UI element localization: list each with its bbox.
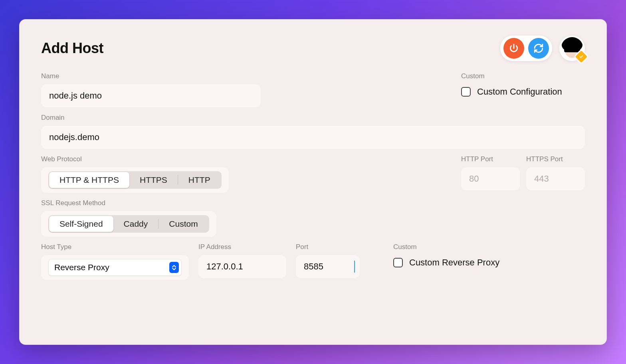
http-port-label: HTTP Port: [461, 155, 520, 163]
action-pill: [500, 36, 552, 61]
power-icon: [509, 43, 519, 53]
port-group: Port: [296, 243, 360, 280]
custom-reverse-checkbox[interactable]: [393, 258, 403, 267]
custom-config-checkbox-label: Custom Configuration: [477, 87, 562, 97]
custom-reverse-section-label: Custom: [393, 243, 585, 251]
ip-address-input[interactable]: [198, 255, 286, 278]
page-title: Add Host: [41, 40, 103, 57]
header-controls: [500, 36, 585, 61]
host-type-value: Reverse Proxy: [54, 263, 109, 272]
custom-reverse-group: Custom Custom Reverse Proxy: [369, 243, 585, 280]
protocol-option-https[interactable]: HTTPS: [129, 172, 178, 188]
port-label: Port: [296, 243, 360, 251]
http-port-group: HTTP Port: [461, 155, 520, 193]
https-port-input[interactable]: [526, 167, 585, 190]
ssl-method-segmented[interactable]: Self-Signed Caddy Custom: [48, 215, 209, 233]
protocol-option-http-https[interactable]: HTTP & HTTPS: [49, 172, 129, 188]
ssl-option-caddy[interactable]: Caddy: [113, 216, 158, 232]
name-input[interactable]: [41, 84, 261, 107]
custom-config-checkbox[interactable]: [461, 87, 471, 97]
https-port-group: HTTPS Port: [526, 155, 585, 193]
host-type-group: Host Type Reverse Proxy: [41, 243, 189, 280]
ssl-method-label: SSL Request Method: [41, 199, 585, 207]
domain-label: Domain: [41, 114, 585, 122]
ip-address-label: IP Address: [198, 243, 286, 251]
custom-config-section-label: Custom: [461, 72, 585, 80]
https-port-label: HTTPS Port: [526, 155, 585, 163]
web-protocol-group: Web Protocol HTTP & HTTPS HTTPS HTTP: [41, 155, 445, 193]
header: Add Host: [41, 36, 585, 61]
ssl-option-self-signed[interactable]: Self-Signed: [49, 216, 113, 232]
user-avatar[interactable]: [559, 36, 585, 61]
web-protocol-label: Web Protocol: [41, 155, 445, 163]
ip-address-group: IP Address: [198, 243, 286, 280]
name-group: Name: [41, 72, 445, 107]
domain-input[interactable]: [41, 126, 585, 149]
refresh-button[interactable]: [528, 38, 549, 59]
add-host-window: Add Host: [19, 19, 607, 345]
host-type-select[interactable]: Reverse Proxy: [48, 259, 182, 276]
custom-reverse-checkbox-label: Custom Reverse Proxy: [409, 257, 499, 268]
protocol-option-http[interactable]: HTTP: [178, 172, 221, 188]
ssl-option-custom[interactable]: Custom: [158, 216, 208, 232]
refresh-icon: [533, 43, 544, 53]
power-button[interactable]: [503, 38, 524, 59]
ssl-method-group: SSL Request Method Self-Signed Caddy Cus…: [41, 199, 585, 237]
custom-config-group: Custom Custom Configuration: [461, 72, 585, 107]
port-input[interactable]: [296, 255, 360, 278]
domain-group: Domain: [41, 114, 585, 149]
select-arrows-icon: [169, 262, 179, 273]
http-port-input[interactable]: [461, 167, 520, 190]
host-type-label: Host Type: [41, 243, 189, 251]
web-protocol-segmented[interactable]: HTTP & HTTPS HTTPS HTTP: [48, 171, 222, 189]
name-label: Name: [41, 72, 445, 80]
